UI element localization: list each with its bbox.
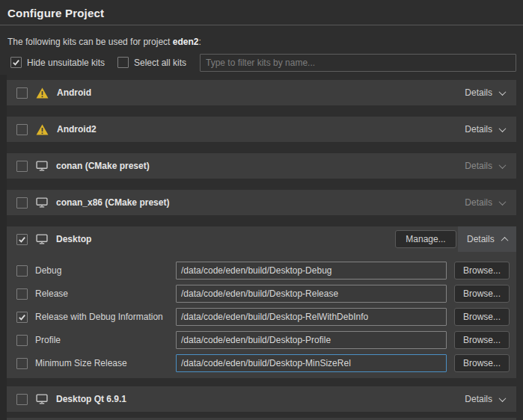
kit-row-conan: conan (CMake preset) Details (7, 153, 516, 179)
kit-row-desktop-qt-691: Desktop Qt 6.9.1 Details (7, 386, 516, 412)
desktop-icon (36, 234, 48, 244)
kit-checkbox[interactable] (16, 197, 28, 209)
build-config-label: Release with Debug Information (35, 312, 163, 322)
build-config-label: Minimum Size Release (35, 358, 127, 368)
browse-button[interactable]: Browse... (454, 331, 510, 349)
kit-name: Android2 (57, 124, 97, 135)
build-config-label-group: Minimum Size Release (16, 354, 127, 372)
kit-name: Desktop (56, 234, 91, 244)
page-title: Configure Project (7, 7, 104, 19)
kit-name: Desktop Qt 6.9.1 (56, 394, 126, 404)
chevron-down-icon (499, 125, 507, 132)
select-all-kits-label: Select all kits (134, 58, 186, 68)
checkbox-checked-icon[interactable] (10, 57, 22, 68)
details-toggle[interactable]: Details (458, 226, 516, 252)
kit-name: Android (57, 87, 91, 98)
kit-name: conan_x86 (CMake preset) (56, 197, 169, 208)
title-divider (0, 25, 523, 25)
project-name: eden2 (173, 37, 199, 47)
chevron-down-icon (499, 88, 507, 96)
build-config-label: Profile (35, 335, 61, 345)
build-config-checkbox[interactable] (16, 358, 28, 369)
details-label: Details (465, 87, 492, 98)
details-label: Details (465, 161, 492, 171)
intro-after: : (198, 37, 201, 47)
chevron-down-icon (499, 395, 507, 402)
kit-checkbox[interactable] (16, 124, 28, 135)
kit-name: conan (CMake preset) (56, 161, 150, 171)
desktop-icon (36, 197, 48, 208)
details-toggle[interactable]: Details (456, 117, 516, 142)
kit-row-android: Android Details (7, 80, 516, 105)
build-config-label-group: Profile (16, 331, 61, 349)
build-config-checkbox[interactable] (16, 265, 28, 277)
details-label: Details (467, 234, 495, 244)
build-config-checkbox[interactable] (16, 335, 28, 346)
details-label: Details (465, 197, 492, 208)
details-toggle[interactable]: Details (456, 80, 516, 105)
details-toggle[interactable]: Details (456, 386, 516, 412)
kit-row-desktop: Desktop Manage... Details (7, 226, 516, 252)
build-config-label-group: Release (16, 285, 68, 303)
hide-unsuitable-kits-label: Hide unsuitable kits (27, 58, 105, 68)
build-dir-input[interactable] (176, 262, 447, 280)
kit-row-android2: Android2 Details (7, 117, 516, 142)
kit-filter-input[interactable] (200, 54, 516, 72)
browse-button[interactable]: Browse... (454, 354, 510, 372)
desktop-icon (36, 394, 48, 404)
build-dir-input[interactable] (176, 285, 447, 303)
chevron-up-icon (501, 236, 508, 244)
browse-button[interactable]: Browse... (454, 308, 510, 326)
build-config-label: Release (35, 288, 68, 299)
intro-text: The following kits can be used for proje… (7, 37, 201, 47)
kit-checkbox[interactable] (16, 161, 28, 172)
kit-checkbox[interactable] (16, 394, 28, 405)
kit-panel-desktop: Desktop Manage... Details Debug Browse..… (7, 226, 516, 378)
details-label: Details (465, 124, 492, 135)
chevron-down-icon (499, 161, 507, 169)
build-dir-input[interactable] (176, 331, 447, 349)
build-config-checkbox[interactable] (16, 288, 28, 300)
build-config-row-minsizerel: Minimum Size Release Browse... (7, 354, 516, 372)
build-dir-input[interactable] (176, 308, 447, 326)
chevron-down-icon (499, 198, 507, 206)
kit-checkbox[interactable] (16, 87, 28, 99)
details-label: Details (465, 394, 492, 404)
build-config-checkbox[interactable] (16, 312, 28, 323)
select-all-kits-checkbox[interactable]: Select all kits (117, 57, 186, 68)
scroll-area-left-edge (0, 75, 7, 420)
intro-before: The following kits can be used for proje… (7, 37, 173, 47)
build-config-label-group: Release with Debug Information (16, 308, 163, 326)
details-toggle[interactable]: Details (456, 153, 516, 179)
build-config-row-relwithdebinfo: Release with Debug Information Browse... (7, 308, 516, 326)
warning-icon (36, 87, 49, 99)
kit-row-conan-x86: conan_x86 (CMake preset) Details (7, 190, 516, 215)
kit-checkbox[interactable] (16, 234, 28, 245)
build-dir-input-focused[interactable] (176, 354, 447, 372)
details-toggle[interactable]: Details (456, 190, 516, 215)
desktop-icon (36, 161, 48, 171)
build-config-label: Debug (35, 265, 61, 276)
hide-unsuitable-kits-checkbox[interactable]: Hide unsuitable kits (10, 57, 105, 68)
browse-button[interactable]: Browse... (454, 285, 510, 303)
manage-kits-button[interactable]: Manage... (395, 230, 456, 248)
build-config-row-debug: Debug Browse... (7, 262, 516, 280)
warning-icon (36, 124, 49, 135)
build-config-row-release: Release Browse... (7, 285, 516, 303)
checkbox-unchecked-icon[interactable] (117, 57, 129, 68)
browse-button[interactable]: Browse... (454, 262, 510, 280)
build-config-row-profile: Profile Browse... (7, 331, 516, 349)
build-config-label-group: Debug (16, 262, 61, 280)
